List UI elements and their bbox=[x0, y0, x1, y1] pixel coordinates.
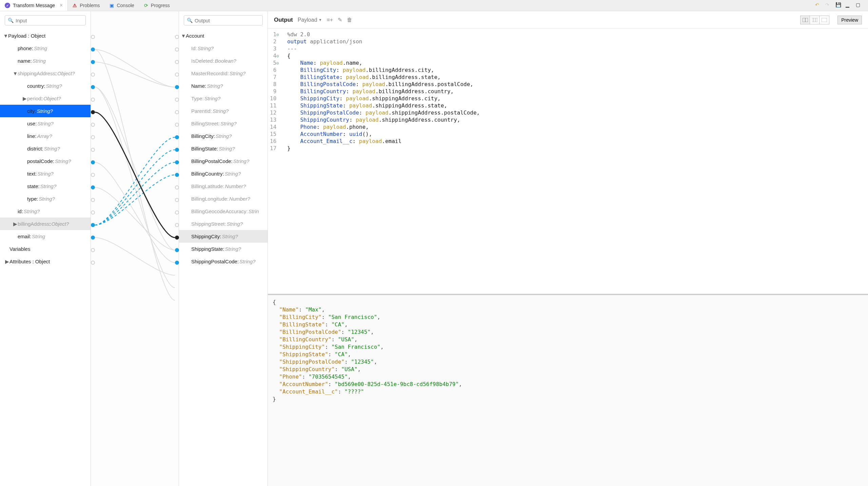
maximize-icon[interactable]: ▢ bbox=[856, 2, 863, 9]
view-split-icon[interactable] bbox=[801, 16, 810, 24]
input-search[interactable]: 🔍 bbox=[5, 15, 86, 25]
tree-root-account[interactable]: ▼Account bbox=[179, 29, 268, 42]
input-item-name[interactable]: name : String bbox=[0, 55, 91, 67]
output-port-BillingLongitude[interactable] bbox=[175, 198, 179, 202]
input-item-type[interactable]: type : String? bbox=[0, 193, 91, 205]
input-item-period[interactable]: ▶period : Object? bbox=[0, 92, 91, 105]
code-body[interactable]: %dw 2.0output application/json---{ Name:… bbox=[284, 29, 483, 294]
input-port-city[interactable] bbox=[91, 110, 95, 114]
output-item-ShippingStreet[interactable]: ShippingStreet : String? bbox=[179, 218, 268, 230]
input-item-billingAddress[interactable]: ▶billingAddress : Object? bbox=[0, 218, 91, 230]
output-port-BillingLatitude[interactable] bbox=[175, 185, 179, 189]
output-item-BillingStreet[interactable]: BillingStreet : String? bbox=[179, 117, 268, 130]
output-item-BillingLatitude[interactable]: BillingLatitude : Number? bbox=[179, 180, 268, 193]
input-port-phone[interactable] bbox=[91, 47, 95, 52]
tree-root-payload[interactable]: ▼Payload : Object bbox=[0, 29, 91, 42]
input-port-shippingAddress[interactable] bbox=[91, 73, 95, 77]
input-port-name[interactable] bbox=[91, 60, 95, 64]
minimize-icon[interactable]: ▁ bbox=[846, 2, 852, 9]
input-item-text[interactable]: text : String? bbox=[0, 167, 91, 180]
output-port-BillingStreet[interactable] bbox=[175, 123, 179, 127]
input-port-state[interactable] bbox=[91, 185, 95, 189]
output-item-ShippingPostalCode[interactable]: ShippingPostalCode : String? bbox=[179, 255, 268, 268]
input-port-district[interactable] bbox=[91, 148, 95, 152]
output-port-ShippingPostalCode[interactable] bbox=[175, 261, 179, 265]
input-port-line[interactable] bbox=[91, 135, 95, 139]
output-item-BillingPostalCode[interactable]: BillingPostalCode : String? bbox=[179, 155, 268, 167]
output-item-BillingCountry[interactable]: BillingCountry : String? bbox=[179, 167, 268, 180]
output-item-Id[interactable]: Id : String? bbox=[179, 42, 268, 55]
output-port-BillingGeocodeAccuracy[interactable] bbox=[175, 210, 179, 215]
output-item-ParentId[interactable]: ParentId : String? bbox=[179, 105, 268, 117]
input-item-country[interactable]: country : String? bbox=[0, 80, 91, 92]
input-port-billingAddress[interactable] bbox=[91, 223, 95, 227]
close-icon[interactable]: × bbox=[60, 2, 63, 8]
output-item-BillingCity[interactable]: BillingCity : String? bbox=[179, 130, 268, 142]
output-port-IsDeleted[interactable] bbox=[175, 60, 179, 64]
delete-icon[interactable]: 🗑 bbox=[347, 17, 352, 23]
edit-icon[interactable]: ✎ bbox=[338, 17, 342, 23]
input-item-shippingAddress[interactable]: ▼shippingAddress : Object? bbox=[0, 67, 91, 80]
output-port-BillingCity[interactable] bbox=[175, 135, 179, 139]
output-port-ShippingState[interactable] bbox=[175, 248, 179, 252]
output-port-BillingCountry[interactable] bbox=[175, 173, 179, 177]
output-item-MasterRecordId[interactable]: MasterRecordId : String? bbox=[179, 67, 268, 80]
payload-dropdown[interactable]: Payload ▼ bbox=[298, 17, 322, 23]
undo-icon[interactable]: ↶ bbox=[815, 2, 822, 9]
output-item-ShippingState[interactable]: ShippingState : String? bbox=[179, 243, 268, 255]
input-port-text[interactable] bbox=[91, 173, 95, 177]
output-search-field[interactable] bbox=[195, 18, 260, 23]
output-item-BillingLongitude[interactable]: BillingLongitude : Number? bbox=[179, 193, 268, 205]
input-item-postalCode[interactable]: postalCode : String? bbox=[0, 155, 91, 167]
input-port-email[interactable] bbox=[91, 236, 95, 240]
input-section-variables[interactable]: Variables bbox=[0, 243, 91, 255]
tab-progress[interactable]: ⟳ Progress bbox=[139, 0, 175, 11]
output-item-Name[interactable]: Name : String? bbox=[179, 80, 268, 92]
input-section-attributes[interactable]: ▶Attributes : Object bbox=[0, 255, 91, 268]
input-item-id[interactable]: id : String? bbox=[0, 205, 91, 218]
output-port-BillingState[interactable] bbox=[175, 148, 179, 152]
output-tree[interactable]: ▼AccountId : String?IsDeleted : Boolean?… bbox=[179, 29, 268, 268]
preview-button[interactable]: Preview bbox=[837, 16, 862, 24]
output-port-BillingPostalCode[interactable] bbox=[175, 160, 179, 164]
save-icon[interactable]: 💾 bbox=[835, 2, 842, 9]
input-port-country[interactable] bbox=[91, 85, 95, 89]
tab-transform-message[interactable]: ✓ Transform Message × bbox=[0, 0, 68, 11]
toolbar-right: ↶ ↷ 💾 ▁ ▢ bbox=[815, 0, 868, 11]
input-port-use[interactable] bbox=[91, 123, 95, 127]
view-columns-icon[interactable] bbox=[810, 16, 820, 24]
input-search-field[interactable] bbox=[16, 18, 83, 23]
view-single-icon[interactable] bbox=[820, 16, 829, 24]
console-icon: ▣ bbox=[110, 3, 114, 8]
input-item-line[interactable]: line : Array? bbox=[0, 130, 91, 142]
output-port-ShippingCity[interactable] bbox=[175, 236, 179, 240]
input-item-district[interactable]: district : String? bbox=[0, 142, 91, 155]
output-port-ParentId[interactable] bbox=[175, 110, 179, 114]
output-item-BillingState[interactable]: BillingState : String? bbox=[179, 142, 268, 155]
input-tree[interactable]: ▼Payload : Objectphone : Stringname : St… bbox=[0, 29, 91, 268]
input-item-email[interactable]: email : String bbox=[0, 230, 91, 243]
output-port-MasterRecordId[interactable] bbox=[175, 73, 179, 77]
input-port-id[interactable] bbox=[91, 210, 95, 215]
output-port-ShippingStreet[interactable] bbox=[175, 223, 179, 227]
input-port-postalCode[interactable] bbox=[91, 160, 95, 164]
output-item-IsDeleted[interactable]: IsDeleted : Boolean? bbox=[179, 55, 268, 67]
input-item-state[interactable]: state : String? bbox=[0, 180, 91, 193]
output-item-ShippingCity[interactable]: ShippingCity : String? bbox=[179, 230, 268, 243]
output-port-Id[interactable] bbox=[175, 47, 179, 52]
add-target-icon[interactable]: ≡+ bbox=[327, 17, 333, 23]
redo-icon[interactable]: ↷ bbox=[825, 2, 832, 9]
output-item-BillingGeocodeAccuracy[interactable]: BillingGeocodeAccuracy : Strin bbox=[179, 205, 268, 218]
tab-console[interactable]: ▣ Console bbox=[105, 0, 139, 11]
input-item-phone[interactable]: phone : String bbox=[0, 42, 91, 55]
input-port-type[interactable] bbox=[91, 198, 95, 202]
output-search[interactable]: 🔍 bbox=[184, 15, 263, 25]
code-editor[interactable]: 1⊖2 3 4⊖5⊖6 7 8 9 10 11 12 13 14 15 16 1… bbox=[268, 29, 868, 295]
tab-problems[interactable]: ⚠ Problems bbox=[68, 0, 105, 11]
input-item-city[interactable]: city : String? bbox=[0, 105, 91, 117]
output-item-Type[interactable]: Type : String? bbox=[179, 92, 268, 105]
input-port-period[interactable] bbox=[91, 98, 95, 102]
output-port-Type[interactable] bbox=[175, 98, 179, 102]
output-port-Name[interactable] bbox=[175, 85, 179, 89]
input-item-use[interactable]: use : String? bbox=[0, 117, 91, 130]
